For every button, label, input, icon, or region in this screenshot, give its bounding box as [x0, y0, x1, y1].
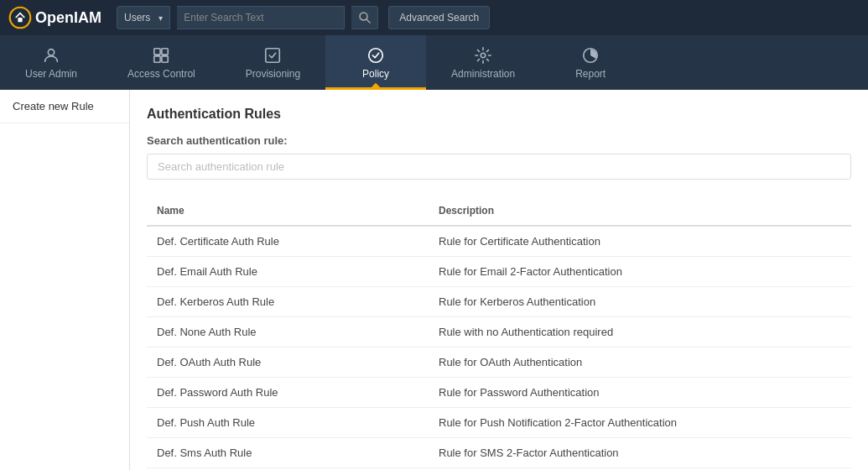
cell-name: Def. Certificate Auth Rule: [147, 226, 429, 257]
app-logo: OpenIAM: [8, 6, 101, 29]
search-type-dropdown[interactable]: Users: [117, 6, 170, 29]
cell-description: Rule for Push Notification 2-Factor Auth…: [429, 408, 851, 438]
report-icon: [581, 46, 600, 65]
nav-label-policy: Policy: [362, 68, 389, 80]
cell-name: Def. Sms Auth Rule: [147, 438, 429, 468]
col-header-name: Name: [147, 196, 429, 226]
sidebar: Create new Rule: [0, 90, 130, 470]
advanced-search-label: Advanced Search: [399, 12, 479, 24]
cell-name: Def. Push Auth Rule: [147, 408, 429, 438]
search-input[interactable]: [184, 12, 337, 24]
active-nav-arrow: [369, 83, 382, 90]
dropdown-chevron-icon: [155, 12, 163, 24]
auth-rules-table: Name Description Def. Certificate Auth R…: [147, 196, 851, 470]
cell-name: Def. Kerberos Auth Rule: [147, 287, 429, 317]
nav-label-access-control: Access Control: [127, 68, 195, 80]
table-row[interactable]: Def. Password Auth Rule Rule for Passwor…: [147, 378, 851, 408]
nav-item-user-admin[interactable]: User Admin: [0, 35, 102, 90]
table-row[interactable]: Def. OAuth Auth Rule Rule for OAuth Auth…: [147, 347, 851, 378]
svg-rect-8: [162, 55, 168, 61]
svg-rect-6: [162, 48, 168, 54]
search-icon: [359, 12, 371, 24]
search-auth-rule-label: Search authentication rule:: [147, 134, 851, 147]
cell-name: Def. Password Auth Rule: [147, 378, 429, 408]
search-input-wrap: [177, 6, 345, 29]
secondary-nav: User Admin Access Control Provisioning P…: [0, 35, 868, 90]
svg-point-11: [481, 53, 486, 58]
user-admin-icon: [42, 46, 60, 65]
sidebar-item-label: Create new Rule: [13, 100, 94, 112]
cell-description: Rule for Password Authentication: [429, 378, 851, 408]
svg-line-3: [366, 19, 370, 23]
table-row[interactable]: Def. Push Auth Rule Rule for Push Notifi…: [147, 408, 851, 438]
nav-item-access-control[interactable]: Access Control: [102, 35, 221, 90]
nav-item-provisioning[interactable]: Provisioning: [221, 35, 325, 90]
policy-icon: [366, 46, 385, 65]
topbar: OpenIAM Users Advanced Search: [0, 0, 868, 35]
cell-name: Def. Email Auth Rule: [147, 257, 429, 287]
cell-description: Rule with no Authentication required: [429, 317, 851, 347]
cell-name: Def. None Auth Rule: [147, 317, 429, 347]
svg-rect-7: [154, 55, 160, 61]
sidebar-item-create-new-rule[interactable]: Create new Rule: [0, 90, 129, 123]
nav-label-report: Report: [575, 68, 606, 80]
cell-description: Rule for SMS 2-Factor Authentication: [429, 438, 851, 468]
administration-icon: [474, 46, 492, 65]
table-row[interactable]: Def. Email Auth Rule Rule for Email 2-Fa…: [147, 257, 851, 287]
cell-description: Rule for Kerberos Authentication: [429, 287, 851, 317]
logo-text: OpenIAM: [35, 9, 101, 27]
cell-description: Rule for Certificate Authentication: [429, 226, 851, 257]
nav-label-provisioning: Provisioning: [246, 68, 300, 80]
nav-label-user-admin: User Admin: [25, 68, 77, 80]
cell-description: Rule for Email 2-Factor Authentication: [429, 257, 851, 287]
table-row[interactable]: Def. Kerberos Auth Rule Rule for Kerbero…: [147, 287, 851, 317]
search-auth-rule-input[interactable]: [147, 154, 851, 180]
nav-item-administration[interactable]: Administration: [426, 35, 540, 90]
svg-point-4: [48, 49, 54, 55]
access-control-icon: [152, 46, 170, 65]
advanced-search-button[interactable]: Advanced Search: [388, 6, 490, 29]
svg-rect-5: [154, 48, 160, 54]
nav-item-report[interactable]: Report: [540, 35, 641, 90]
active-nav-border: [325, 87, 426, 90]
page-title: Authentication Rules: [147, 107, 851, 122]
nav-label-administration: Administration: [451, 68, 515, 80]
col-header-description: Description: [429, 196, 851, 226]
content-area: Authentication Rules Search authenticati…: [130, 90, 868, 470]
table-row[interactable]: Def. None Auth Rule Rule with no Authent…: [147, 317, 851, 347]
search-type-label: Users: [124, 12, 150, 24]
svg-point-10: [369, 48, 383, 62]
svg-rect-1: [18, 18, 22, 22]
svg-rect-9: [266, 48, 280, 62]
main-layout: Create new Rule Authentication Rules Sea…: [0, 90, 868, 470]
table-row[interactable]: Def. Sms Auth Rule Rule for SMS 2-Factor…: [147, 438, 851, 468]
table-row[interactable]: Def. Certificate Auth Rule Rule for Cert…: [147, 226, 851, 257]
cell-name: Def. OAuth Auth Rule: [147, 347, 429, 378]
cell-description: Rule for OAuth Authentication: [429, 347, 851, 378]
search-button[interactable]: [351, 6, 378, 29]
nav-item-policy[interactable]: Policy: [325, 35, 426, 90]
provisioning-icon: [263, 46, 282, 65]
